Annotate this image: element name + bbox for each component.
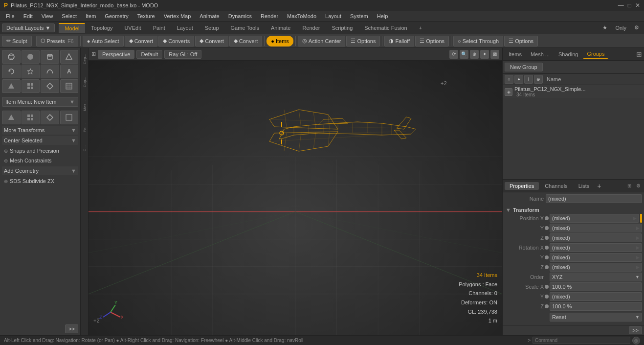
menu-texture[interactable]: Texture xyxy=(133,12,159,20)
viewport[interactable]: ⊞ Perspective Default Ray GL: Off ⟳ 🔍 ⊕ … xyxy=(89,48,502,335)
vp-expand-icon[interactable]: ⊞ xyxy=(91,51,96,57)
prop-position-y-dot[interactable] xyxy=(545,226,549,230)
prop-tab-properties[interactable]: Properties xyxy=(505,182,539,190)
titlebar-controls[interactable]: — □ ✕ xyxy=(618,2,640,9)
tool-extra-1[interactable] xyxy=(2,111,21,124)
rp-icon-info[interactable]: i xyxy=(524,75,533,84)
prop-collapse-button[interactable]: >> xyxy=(629,326,642,334)
items-button[interactable]: ● Items xyxy=(266,36,293,46)
prop-order-value[interactable]: XYZ ▼ xyxy=(550,273,642,281)
tab-layout[interactable]: Layout xyxy=(171,23,199,32)
tab-scripting[interactable]: Scripting xyxy=(326,23,358,32)
vp-icon-settings[interactable]: ✦ xyxy=(480,50,489,59)
vert-tab-1[interactable]: Dep... xyxy=(82,53,88,65)
action-center-button[interactable]: ◎ Action Center xyxy=(298,36,346,46)
prop-tab-lists[interactable]: Lists xyxy=(574,182,595,190)
vp-raygl-btn[interactable]: Ray GL: Off xyxy=(164,50,201,59)
menu-maxtomod[interactable]: MaxToModo xyxy=(283,12,320,20)
prop-icon-2[interactable]: ⚙ xyxy=(634,182,642,190)
sculpt-button[interactable]: ✏ Sculpt xyxy=(2,36,32,46)
expand-more-button[interactable]: >> xyxy=(65,324,78,333)
prop-position-x-value[interactable]: (mixed) ▶ xyxy=(550,214,639,223)
tab-schematic[interactable]: Schematic Fusion xyxy=(358,23,413,32)
convert-button-3[interactable]: ◆ Convert xyxy=(229,36,263,46)
prop-scale-y-value[interactable]: (mixed) xyxy=(550,292,642,301)
tool-rotate[interactable] xyxy=(2,65,21,78)
layout-star-icon[interactable]: ★ xyxy=(600,23,610,32)
rp-icon-lock[interactable]: ● xyxy=(514,75,523,84)
mesh-constraints-section[interactable]: ⊕ Mesh Constraints xyxy=(2,156,78,165)
tool-star[interactable] xyxy=(22,65,40,78)
falloff-button[interactable]: ◑ Falloff xyxy=(384,36,414,46)
tool-pattern[interactable] xyxy=(60,79,79,93)
prop-reset-dropdown-icon[interactable]: ▼ xyxy=(635,315,640,320)
menu-item[interactable]: Item xyxy=(82,12,100,20)
command-input[interactable] xyxy=(533,337,630,344)
tool-extra-4[interactable] xyxy=(60,111,79,124)
prop-rotation-y-value[interactable]: (mixed) ▶ xyxy=(550,253,642,262)
menu-vertex-map[interactable]: Vertex Map xyxy=(160,12,195,20)
menu-edit[interactable]: Edit xyxy=(20,12,37,20)
auto-select-button[interactable]: ● Auto Select xyxy=(83,36,124,46)
vp-icon-expand[interactable]: ⊠ xyxy=(490,50,499,59)
menu-view[interactable]: View xyxy=(38,12,57,20)
prop-scale-z-dot[interactable] xyxy=(545,304,549,308)
tool-cone[interactable] xyxy=(60,50,79,64)
rp-tab-items[interactable]: Items xyxy=(505,50,526,58)
rp-tab-mesh[interactable]: Mesh ... xyxy=(527,50,554,58)
prop-tab-channels[interactable]: Channels xyxy=(540,182,572,190)
vert-tab-2[interactable]: Dup... xyxy=(82,76,88,88)
tab-animate[interactable]: Animate xyxy=(265,23,296,32)
prop-rotation-y-dot[interactable] xyxy=(545,255,549,259)
presets-button[interactable]: ⬡ Presets F6 xyxy=(36,36,78,46)
vp-perspective-btn[interactable]: Perspective xyxy=(98,50,134,59)
prop-position-z-dot[interactable] xyxy=(545,236,549,240)
prop-rotation-x-value[interactable]: (mixed) ▶ xyxy=(550,243,642,252)
rp-tab-shading[interactable]: Shading xyxy=(555,50,582,58)
sds-subdivide-section[interactable]: ⊕ SDS Subdivide ZX xyxy=(2,177,78,185)
menu-geometry[interactable]: Geometry xyxy=(101,12,132,20)
tool-sphere-solid[interactable] xyxy=(22,50,40,64)
tab-paint[interactable]: Paint xyxy=(147,23,171,32)
tab-uvedit[interactable]: UVEdit xyxy=(118,23,147,32)
menu-file[interactable]: File xyxy=(2,12,19,20)
tab-add[interactable]: + xyxy=(413,23,428,32)
vp-icon-zoom-out[interactable]: 🔍 xyxy=(460,50,468,59)
prop-reset-button[interactable]: Reset ▼ xyxy=(550,313,642,322)
tab-render[interactable]: Render xyxy=(296,23,326,32)
prop-scale-z-value[interactable]: 100.0 % xyxy=(550,302,642,311)
tool-triangle[interactable] xyxy=(2,79,21,93)
close-button[interactable]: ✕ xyxy=(635,2,640,9)
cmd-icon[interactable]: ◎ xyxy=(632,337,640,345)
tool-sphere[interactable] xyxy=(2,50,21,64)
options-button-3[interactable]: ☰ Options xyxy=(504,36,538,46)
rp-icon-add[interactable]: ⊕ xyxy=(534,75,543,84)
new-group-button[interactable]: New Group xyxy=(505,63,543,71)
tool-extra-3[interactable] xyxy=(41,111,59,124)
prop-rotation-z-value[interactable]: (mixed) ▶ xyxy=(550,263,642,272)
options-button-1[interactable]: ☰ Options xyxy=(346,36,380,46)
vp-default-btn[interactable]: Default xyxy=(136,50,162,59)
vert-tab-3[interactable]: Mes... xyxy=(82,99,88,112)
prop-scale-x-dot[interactable] xyxy=(545,285,549,289)
prop-name-value[interactable]: (mixed) xyxy=(546,194,642,203)
rp-icon-eye[interactable]: ○ xyxy=(505,75,513,84)
rp-item-row[interactable]: ◈ Pilatus_PC12_NGX_Simple... 34 Items xyxy=(503,85,644,98)
tool-extra-2[interactable] xyxy=(22,111,40,124)
convert-button-2[interactable]: ◆ Convert xyxy=(195,36,228,46)
menu-system[interactable]: System xyxy=(346,12,372,20)
prop-rotation-x-dot[interactable] xyxy=(545,246,549,250)
vp-icon-rotate[interactable]: ⟳ xyxy=(449,50,458,59)
item-menu-dropdown[interactable]: Item Menu: New Item ▼ xyxy=(2,97,78,107)
more-transforms-arrow[interactable]: ▼ xyxy=(71,127,76,133)
maximize-button[interactable]: □ xyxy=(628,2,631,9)
prop-rotation-z-dot[interactable] xyxy=(545,265,549,269)
tab-game-tools[interactable]: Game Tools xyxy=(225,23,266,32)
layout-dropdown[interactable]: Default Layouts ▼ xyxy=(2,23,55,32)
convert-button-1[interactable]: ◆ Convert xyxy=(125,36,158,46)
minimize-button[interactable]: — xyxy=(618,2,624,9)
tool-diamond[interactable] xyxy=(41,79,59,93)
menu-select[interactable]: Select xyxy=(58,12,81,20)
prop-scale-x-value[interactable]: 100.0 % xyxy=(550,282,642,291)
tab-model[interactable]: Model xyxy=(59,23,85,33)
